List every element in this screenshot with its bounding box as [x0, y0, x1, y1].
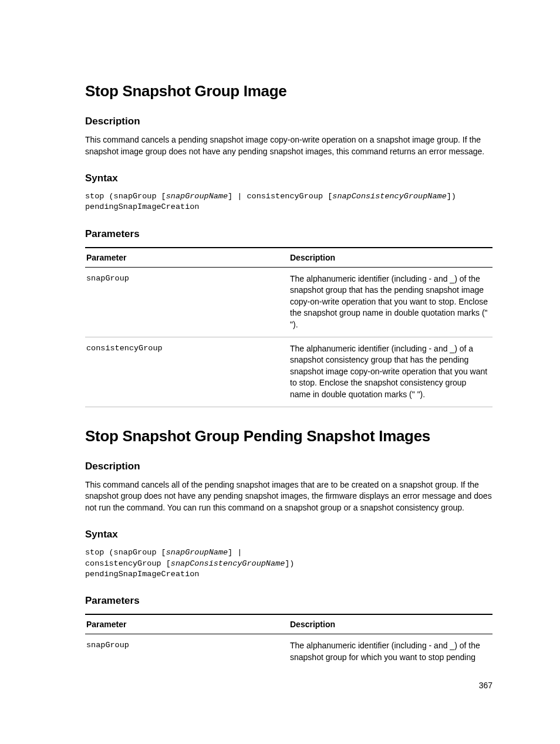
code-text: consistencyGroup [: [85, 559, 171, 568]
code-text: stop (snapGroup [: [85, 548, 166, 557]
code-var: snapConsistencyGroupName: [332, 192, 446, 201]
section2-description-body: This command cancels all of the pending …: [85, 479, 492, 514]
section2-syntax-code: stop (snapGroup [snapGroupName] | consis…: [85, 547, 492, 580]
col-header-description: Description: [289, 248, 492, 268]
param-desc: The alphanumeric identifier (including -…: [289, 634, 492, 669]
param-desc: The alphanumeric identifier (including -…: [289, 267, 492, 337]
section1-title: Stop Snapshot Group Image: [85, 82, 492, 100]
code-text: ] |: [228, 548, 242, 557]
col-header-description: Description: [289, 614, 492, 634]
section2-parameters-heading: Parameters: [85, 595, 492, 607]
code-var: snapConsistencyGroupName: [171, 559, 285, 568]
page: Stop Snapshot Group Image Description Th…: [0, 0, 560, 744]
section1-description-body: This command cancels a pending snapshot …: [85, 134, 492, 157]
section2-parameters-table: Parameter Description snapGroup The alph…: [85, 614, 492, 669]
code-text: stop (snapGroup [: [85, 192, 166, 201]
code-var: snapGroupName: [166, 548, 228, 557]
table-header-row: Parameter Description: [85, 614, 492, 634]
section1-description-heading: Description: [85, 116, 492, 127]
section2-title: Stop Snapshot Group Pending Snapshot Ima…: [85, 427, 492, 445]
param-name: snapGroup: [85, 634, 289, 669]
col-header-parameter: Parameter: [85, 614, 289, 634]
code-text: ]): [285, 559, 294, 568]
section1-parameters-table: Parameter Description snapGroup The alph…: [85, 247, 492, 407]
code-var: snapGroupName: [166, 192, 228, 201]
param-name: consistencyGroup: [85, 337, 289, 407]
page-number: 367: [479, 681, 492, 690]
code-text: pendingSnapImageCreation: [85, 202, 199, 211]
table-row: snapGroup The alphanumeric identifier (i…: [85, 267, 492, 337]
table-row: consistencyGroup The alphanumeric identi…: [85, 337, 492, 407]
section1-parameters-heading: Parameters: [85, 228, 492, 240]
section1-syntax-code: stop (snapGroup [snapGroupName] | consis…: [85, 191, 492, 212]
section2-description-heading: Description: [85, 461, 492, 472]
param-name: snapGroup: [85, 267, 289, 337]
col-header-parameter: Parameter: [85, 248, 289, 268]
section1-syntax-heading: Syntax: [85, 173, 492, 184]
code-text: ] | consistencyGroup [: [228, 192, 332, 201]
section2-syntax-heading: Syntax: [85, 529, 492, 540]
table-row: snapGroup The alphanumeric identifier (i…: [85, 634, 492, 669]
code-text: pendingSnapImageCreation: [85, 570, 199, 579]
code-text: ]): [447, 192, 456, 201]
table-header-row: Parameter Description: [85, 248, 492, 268]
param-desc: The alphanumeric identifier (including -…: [289, 337, 492, 407]
